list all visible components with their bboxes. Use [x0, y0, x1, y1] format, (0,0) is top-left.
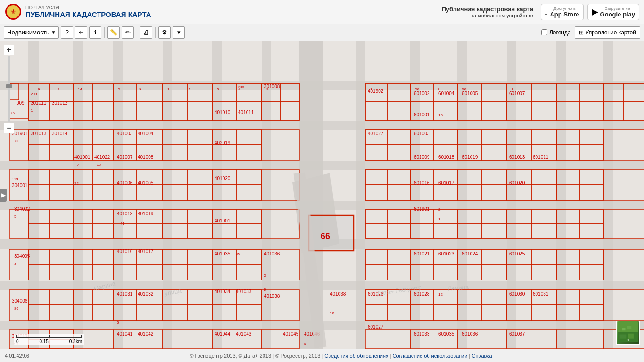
back-icon: ↩	[79, 29, 84, 36]
toolbar-right: Легенда ⊞ Управление картой	[541, 26, 640, 39]
svg-text:401035: 401035	[215, 251, 231, 256]
legend-checkbox[interactable]	[541, 29, 547, 35]
svg-text:45: 45	[236, 252, 240, 256]
svg-rect-11	[28, 41, 39, 349]
svg-text:601901: 601901	[414, 206, 430, 212]
zoom-slider-thumb[interactable]	[6, 84, 12, 88]
map-svg: 009 76 301901 70 119 304001 304002 5 304…	[0, 41, 644, 349]
svg-text:1: 1	[370, 87, 372, 91]
svg-text:401034: 401034	[215, 289, 231, 294]
svg-text:⚜: ⚜	[10, 8, 17, 16]
zoom-slider-track[interactable]	[8, 56, 10, 122]
svg-text:601017: 601017	[438, 181, 454, 186]
svg-text:9: 9	[38, 87, 40, 91]
svg-text:12: 12	[438, 292, 443, 296]
svg-text:401019: 401019	[138, 211, 154, 216]
info-icon: ℹ	[94, 29, 97, 36]
svg-text:601023: 601023	[438, 251, 454, 256]
svg-text:9: 9	[266, 87, 269, 91]
svg-text:401006: 401006	[117, 181, 133, 186]
googleplay-button[interactable]: ▶ Загрузите на Google play	[587, 4, 639, 20]
svg-text:1: 1	[167, 87, 170, 91]
footer-link-agreement[interactable]: Соглашение об использовании	[392, 353, 467, 359]
appstore-label: Доступно в App Store	[550, 6, 579, 18]
footer-version: 4.01.429.6	[5, 353, 42, 359]
info-button[interactable]: ℹ	[89, 26, 101, 39]
svg-text:18: 18	[330, 311, 334, 315]
svg-rect-18	[356, 41, 365, 349]
svg-text:301014: 301014	[52, 131, 68, 136]
svg-text:5: 5	[14, 214, 17, 219]
satellite-layer-button[interactable]: 8	[616, 321, 640, 345]
layers-icon: ⊞	[579, 29, 584, 36]
svg-text:1: 1	[512, 87, 514, 91]
zoom-in-button[interactable]: +	[4, 45, 14, 55]
svg-text:401042: 401042	[138, 331, 154, 337]
draw-icon: ✏	[125, 29, 131, 36]
svg-text:203: 203	[31, 92, 37, 96]
svg-text:601031: 601031	[533, 291, 549, 296]
svg-text:601028: 601028	[414, 291, 430, 296]
svg-text:2: 2	[438, 207, 441, 212]
svg-text:7: 7	[77, 163, 79, 167]
print-button[interactable]: 🖨	[140, 26, 152, 39]
mobile-promo-line1: Публичная кадастровая карта	[441, 6, 533, 13]
svg-text:36: 36	[462, 87, 466, 91]
ruler-button[interactable]: 📏	[107, 26, 120, 39]
svg-text:601037: 601037	[509, 331, 525, 337]
svg-text:401036: 401036	[264, 251, 280, 256]
svg-text:5: 5	[217, 87, 219, 91]
android-icon: ▶	[592, 7, 598, 17]
svg-text:601021: 601021	[414, 251, 430, 256]
svg-text:401901: 401901	[215, 218, 231, 223]
svg-text:402019: 402019	[215, 140, 231, 146]
svg-text:9: 9	[264, 288, 266, 292]
svg-text:2: 2	[58, 87, 60, 91]
zoom-out-button[interactable]: −	[4, 123, 14, 133]
footer: 4.01.429.6 © Госпоцентр 2013, © Дата+ 20…	[0, 349, 644, 362]
svg-text:8: 8	[627, 338, 629, 342]
svg-text:601003: 601003	[414, 131, 430, 136]
settings-button[interactable]: ⚙	[158, 26, 171, 39]
footer-link-updates[interactable]: Сведения об обновлениях	[324, 353, 388, 359]
svg-text:401027: 401027	[368, 131, 384, 136]
layer-toggle[interactable]: 8	[616, 321, 640, 345]
zoom-controls: + −	[4, 45, 14, 133]
svg-text:401010: 401010	[215, 110, 231, 115]
scale-label-0: 0	[16, 339, 19, 344]
manage-map-button[interactable]: ⊞ Управление картой	[575, 26, 640, 39]
svg-text:5: 5	[117, 321, 119, 325]
svg-text:401038: 401038	[330, 291, 346, 296]
draw-button[interactable]: ✏	[122, 26, 134, 39]
separator2	[137, 27, 137, 38]
svg-text:22: 22	[74, 181, 79, 186]
category-dropdown[interactable]: Недвижимость ▼	[4, 26, 59, 39]
googleplay-label: Загрузите на Google play	[600, 6, 635, 18]
side-panel-toggle[interactable]: ▶	[0, 189, 7, 202]
svg-text:304001: 304001	[12, 183, 28, 188]
appstore-button[interactable]:  Доступно в App Store	[541, 4, 584, 20]
svg-text:401041: 401041	[117, 331, 133, 337]
footer-link-help[interactable]: Справка	[471, 353, 492, 359]
svg-text:601001: 601001	[414, 112, 430, 117]
separator3	[155, 27, 156, 38]
svg-text:301011: 301011	[31, 100, 47, 106]
more-button[interactable]: ▾	[173, 26, 185, 39]
help-button[interactable]: ?	[61, 26, 73, 39]
svg-text:601004: 601004	[438, 91, 454, 96]
more-icon: ▾	[177, 29, 181, 36]
svg-text:601020: 601020	[509, 181, 525, 186]
svg-text:80: 80	[14, 306, 18, 311]
portal-label: Портал услуг	[25, 5, 151, 10]
svg-text:14: 14	[78, 87, 82, 91]
legend-checkbox-label[interactable]: Легенда	[541, 29, 571, 36]
back-button[interactable]: ↩	[75, 26, 87, 39]
svg-text:601024: 601024	[462, 251, 478, 256]
svg-text:401003: 401003	[117, 131, 133, 136]
svg-text:4: 4	[238, 87, 240, 91]
map-container[interactable]: 009 76 301901 70 119 304001 304002 5 304…	[0, 41, 644, 349]
app-buttons:  Доступно в App Store ▶ Загрузите на Go…	[541, 4, 639, 20]
scale-label-max: 0.3km	[69, 339, 82, 344]
footer-copyright: © Госпоцентр 2013, © Дата+ 2013 | © Роср…	[42, 353, 639, 359]
mobile-promo: Публичная кадастровая карта на мобильном…	[441, 6, 533, 18]
